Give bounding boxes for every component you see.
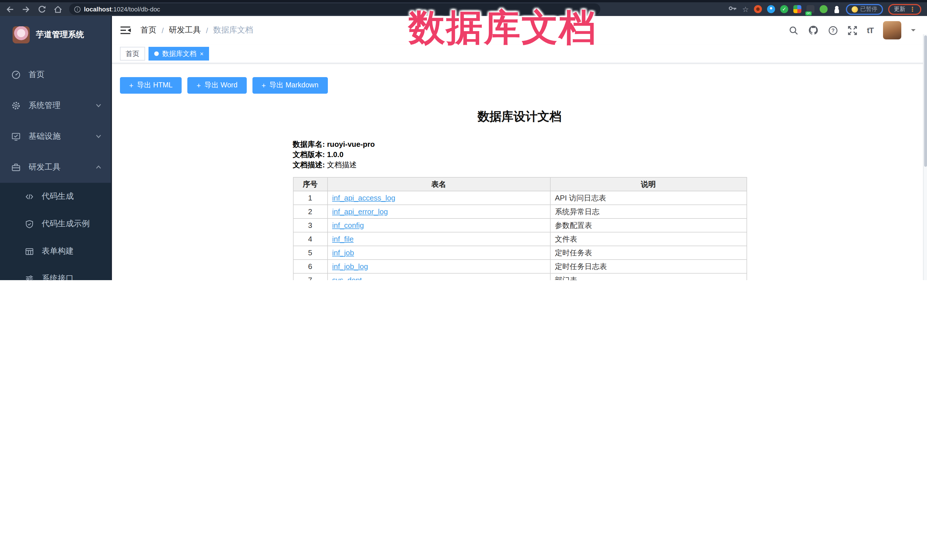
table-name-cell: sys_dept xyxy=(327,273,550,280)
sidebar-item-label: 首页 xyxy=(29,70,44,80)
font-size-icon[interactable]: tT xyxy=(867,26,873,35)
extension-icon-1[interactable] xyxy=(754,5,762,13)
table-name-cell: inf_job_log xyxy=(327,260,550,273)
table-description: 文件表 xyxy=(550,232,746,246)
browser-menu-dots-icon[interactable]: ⋮ xyxy=(909,5,916,13)
tags-view-bar: 首页 数据库文档 × xyxy=(112,44,927,64)
sidebar-item-label: 系统管理 xyxy=(29,100,61,111)
screen: i localhost:1024/tool/db-doc ☆ ✓ 已暂停 更新⋮… xyxy=(0,0,927,280)
db-name-line: 数据库名: ruoyi-vue-pro xyxy=(293,140,746,150)
app-logo-row[interactable]: 芋道管理系统 xyxy=(0,21,111,49)
extension-icon-2[interactable] xyxy=(767,5,775,13)
sidebar-item-devtools[interactable]: 研发工具 xyxy=(0,152,111,183)
extension-icon-4[interactable] xyxy=(793,5,801,13)
extension-icon-3[interactable]: ✓ xyxy=(780,5,788,13)
avatar-caret-icon[interactable] xyxy=(911,29,916,34)
emoji-face-icon xyxy=(852,6,858,12)
extension-icon-5[interactable] xyxy=(807,5,815,13)
table-description: API 访问日志表 xyxy=(550,191,746,205)
row-index: 1 xyxy=(293,191,327,205)
table-name-link[interactable]: inf_job xyxy=(332,249,354,257)
table-row: 1inf_api_access_logAPI 访问日志表 xyxy=(293,191,746,205)
tag-db-doc[interactable]: 数据库文档 × xyxy=(149,47,209,61)
sidebar-item-api[interactable]: 系统接口 xyxy=(0,265,111,280)
breadcrumb-home[interactable]: 首页 xyxy=(140,25,157,35)
breadcrumb-devtools[interactable]: 研发工具 xyxy=(169,25,201,35)
table-row: 4inf_file文件表 xyxy=(293,232,746,246)
table-name-link[interactable]: inf_file xyxy=(332,235,354,243)
fullscreen-icon[interactable] xyxy=(848,26,857,35)
table-name-link[interactable]: inf_api_error_log xyxy=(332,207,388,216)
row-index: 4 xyxy=(293,232,327,246)
tag-close-icon[interactable]: × xyxy=(200,50,204,57)
sidebar-item-home[interactable]: 首页 xyxy=(0,59,111,90)
paused-extension-badge[interactable]: 已暂停 xyxy=(846,4,883,15)
table-name-link[interactable]: sys_dept xyxy=(332,276,362,280)
bookmark-star-icon[interactable]: ☆ xyxy=(742,5,749,14)
export-html-button[interactable]: +导出 HTML xyxy=(120,77,182,94)
table-name-cell: inf_job xyxy=(327,246,550,260)
extension-icon-6[interactable] xyxy=(820,5,828,13)
top-navbar: 首页 / 研发工具 / 数据库文档 ? tT xyxy=(112,16,927,44)
db-table-body: 1inf_api_access_logAPI 访问日志表2inf_api_err… xyxy=(293,191,746,280)
shield-check-icon xyxy=(25,220,34,228)
browser-toolbar: i localhost:1024/tool/db-doc ☆ ✓ 已暂停 更新⋮ xyxy=(0,0,927,16)
doc-desc-line: 文档描述: 文档描述 xyxy=(293,160,746,170)
plus-icon: + xyxy=(129,81,133,90)
breadcrumb-current: 数据库文档 xyxy=(213,25,253,35)
plus-icon: + xyxy=(261,81,266,90)
db-document: 数据库设计文档 数据库名: ruoyi-vue-pro 文档版本: 1.0.0 … xyxy=(112,109,927,280)
table-name-link[interactable]: inf_config xyxy=(332,221,364,229)
chevron-down-icon xyxy=(96,101,102,110)
col-table-name: 表名 xyxy=(327,178,550,191)
row-index: 6 xyxy=(293,260,327,273)
page-scrollbar[interactable] xyxy=(923,34,927,280)
sidebar-item-form-builder[interactable]: 表单构建 xyxy=(0,238,111,265)
main-area: 首页 / 研发工具 / 数据库文档 ? tT 首页 xyxy=(112,16,927,280)
browser-back-icon[interactable] xyxy=(6,5,14,14)
devtools-submenu: 代码生成 代码生成示例 表单构建 系统接口 xyxy=(0,183,111,280)
address-bar[interactable]: i localhost:1024/tool/db-doc xyxy=(69,3,600,15)
sidebar-item-label: 系统接口 xyxy=(42,273,74,280)
key-icon[interactable] xyxy=(728,4,737,15)
sidebar-item-codegen-demo[interactable]: 代码生成示例 xyxy=(0,210,111,238)
sidebar-item-infra[interactable]: 基础设施 xyxy=(0,121,111,152)
breadcrumb-separator: / xyxy=(206,26,208,35)
browser-update-button[interactable]: 更新⋮ xyxy=(888,4,921,15)
site-info-icon[interactable]: i xyxy=(74,6,81,12)
table-row: 5inf_job定时任务表 xyxy=(293,246,746,260)
sidebar-item-system[interactable]: 系统管理 xyxy=(0,90,111,121)
github-icon[interactable] xyxy=(808,25,819,35)
doc-title: 数据库设计文档 xyxy=(112,109,927,124)
code-icon xyxy=(25,192,34,201)
sidebar-item-label: 表单构建 xyxy=(42,246,74,256)
extension-icon-7[interactable] xyxy=(833,5,841,13)
table-row: 2inf_api_error_log系统异常日志 xyxy=(293,205,746,219)
table-row: 3inf_config参数配置表 xyxy=(293,219,746,232)
tag-home[interactable]: 首页 xyxy=(120,47,145,61)
browser-home-icon[interactable] xyxy=(54,5,62,14)
table-name-link[interactable]: inf_job_log xyxy=(332,262,368,271)
help-icon[interactable]: ? xyxy=(828,26,838,35)
table-name-link[interactable]: inf_api_access_log xyxy=(332,194,395,202)
scrollbar-thumb[interactable] xyxy=(924,35,927,167)
app-logo xyxy=(12,26,30,43)
table-description: 系统异常日志 xyxy=(550,205,746,219)
row-index: 2 xyxy=(293,205,327,219)
form-icon xyxy=(25,247,34,256)
avatar[interactable] xyxy=(883,21,901,39)
search-icon[interactable] xyxy=(789,26,798,35)
browser-forward-icon[interactable] xyxy=(22,5,30,14)
doc-version-line: 文档版本: 1.0.0 xyxy=(293,150,746,160)
sidebar-item-codegen[interactable]: 代码生成 xyxy=(0,183,111,210)
sidebar-item-label: 研发工具 xyxy=(29,162,61,173)
row-index: 3 xyxy=(293,219,327,232)
export-markdown-button[interactable]: +导出 Markdown xyxy=(252,77,328,94)
sliders-icon xyxy=(25,275,34,280)
browser-reload-icon[interactable] xyxy=(38,5,46,14)
row-index: 7 xyxy=(293,273,327,280)
table-name-cell: inf_file xyxy=(327,232,550,246)
sidebar-collapse-icon[interactable] xyxy=(120,26,131,35)
col-index: 序号 xyxy=(293,178,327,191)
export-word-button[interactable]: +导出 Word xyxy=(187,77,246,94)
